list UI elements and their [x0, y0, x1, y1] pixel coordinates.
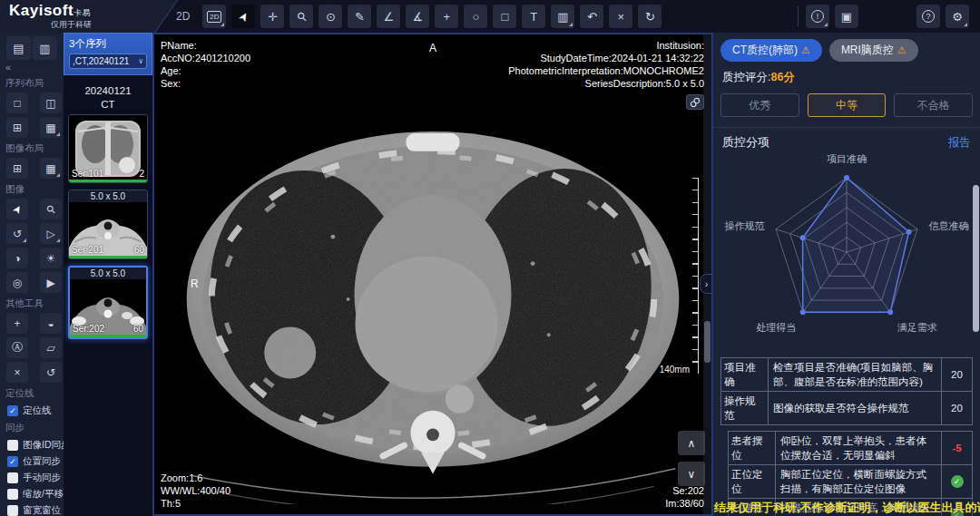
- cobb-angle-icon[interactable]: ∡: [406, 5, 429, 28]
- save-icon[interactable]: ▣: [835, 5, 858, 28]
- series-thumbnail[interactable]: 5.0 x 5.0 Ser:201 60: [68, 190, 148, 259]
- settings-icon[interactable]: ⚙: [946, 5, 969, 28]
- warning-icon: ⚠: [897, 44, 906, 56]
- study-select-dropdown[interactable]: ,CT,20240121 ∨: [69, 54, 147, 69]
- text-search-icon[interactable]: Ⓐ: [6, 337, 28, 358]
- panel-expander-button[interactable]: ›: [700, 274, 713, 294]
- checkbox-item[interactable]: 手动同步: [0, 470, 64, 486]
- play-outline-icon[interactable]: ▷: [40, 223, 62, 244]
- cine-play-icon[interactable]: ▶: [40, 272, 62, 293]
- zoom-in-icon[interactable]: ⚲: [289, 5, 313, 28]
- tab-mri-qc[interactable]: MRI脑质控 ⚠: [829, 39, 918, 62]
- checkbox-label: 位置同步: [23, 455, 61, 468]
- collapse-sidebar-button[interactable]: «: [0, 62, 64, 74]
- checkbox[interactable]: [7, 405, 18, 416]
- select-cursor-icon[interactable]: ➤: [6, 199, 28, 219]
- 2d-mode-icon[interactable]: 2D: [202, 5, 226, 28]
- ellipse-roi-icon[interactable]: ○: [464, 5, 487, 28]
- layout-1x1-icon[interactable]: □: [6, 92, 28, 113]
- layout-3x3-icon[interactable]: ▦: [40, 117, 62, 138]
- qc-score-label: 质控评分:: [722, 71, 770, 83]
- ct-image: [154, 34, 711, 514]
- window-level-icon[interactable]: ⊙: [318, 5, 342, 28]
- checkbox-item[interactable]: 窗宽窗位: [0, 502, 64, 516]
- checkbox[interactable]: [7, 489, 18, 500]
- series-thumbnail[interactable]: Ser:101 2: [68, 114, 148, 183]
- help-icon[interactable]: ?: [916, 5, 940, 28]
- tools-sidebar: ▤▥ « 序列布局□◫⊞▦图像布局⊞▦图像➤⚲↺▷◑☀◎▶其他工具+◒Ⓐ▱×↺ …: [0, 33, 64, 516]
- scroll-up-button[interactable]: ∧: [678, 431, 705, 455]
- series-number-label: Ser:101: [72, 169, 103, 179]
- svg-text:满足需求: 满足需求: [897, 322, 937, 333]
- study-select-value: ,CT,20240121: [73, 56, 129, 66]
- series-list: 20240121 CT Ser:101: [64, 75, 152, 516]
- invert-icon[interactable]: ◑: [6, 248, 28, 268]
- angle-icon[interactable]: ∠: [377, 5, 400, 28]
- qc-radar-chart: 项目准确信息准确满足需求处理得当操作规范: [720, 152, 973, 355]
- image-window-icon[interactable]: ▥: [551, 5, 574, 28]
- qc-panel: CT质控(肺部) ⚠ MRI脑质控 ⚠ 质控评分:86分 优秀 中等 不合格 质…: [713, 33, 980, 516]
- close-tool-icon[interactable]: ×: [6, 362, 28, 383]
- checkbox[interactable]: [7, 505, 18, 516]
- layout-2x2-icon[interactable]: ⊞: [6, 117, 28, 138]
- scroll-down-button[interactable]: ∨: [678, 462, 705, 486]
- series-list-icon[interactable]: ▤: [6, 36, 31, 60]
- checkbox-item[interactable]: 定位线: [0, 403, 64, 419]
- series-number-label: Ser:202: [73, 324, 104, 334]
- orientation-anterior-label: A: [429, 42, 436, 54]
- undo-icon[interactable]: ↶: [580, 5, 603, 28]
- cursor-icon[interactable]: ➤: [231, 5, 255, 28]
- sidebar-section-title: 图像: [0, 180, 64, 199]
- checkbox-item[interactable]: 位置同步: [0, 453, 64, 470]
- grade-fail-button[interactable]: 不合格: [894, 93, 973, 117]
- target-icon[interactable]: ◎: [6, 272, 28, 293]
- measure-line-icon[interactable]: ✎: [348, 5, 371, 28]
- link-icon[interactable]: [686, 94, 704, 110]
- table-row: 操作规范 图像的获取是否符合操作规范 20: [721, 392, 973, 425]
- qc-subsection-title: 质控分项: [722, 134, 769, 151]
- sidebar-section-title: 定位线: [0, 385, 64, 403]
- magnify-icon[interactable]: ⚲: [40, 199, 62, 219]
- layout-1x2-icon[interactable]: ◫: [40, 92, 62, 113]
- grade-excellent-button[interactable]: 优秀: [720, 93, 799, 117]
- checkbox-label: 定位线: [23, 404, 52, 417]
- toolbar-separator: [798, 6, 799, 26]
- comment-icon[interactable]: ◒: [40, 313, 62, 334]
- image-layout-2x2-icon[interactable]: ⊞: [6, 158, 28, 179]
- series-image-overlay: Se:202 Im:38/60: [665, 484, 704, 510]
- brightness-icon[interactable]: ☀: [40, 248, 62, 268]
- marker-icon[interactable]: +: [435, 5, 458, 28]
- text-annotation-icon[interactable]: T: [522, 5, 545, 28]
- flip-rotate-icon[interactable]: ↺: [6, 223, 28, 244]
- checkbox-item[interactable]: 缩放/平移: [0, 486, 64, 502]
- reset-tool-icon[interactable]: ↺: [40, 362, 62, 383]
- checkbox-label: 图像ID同步: [23, 439, 64, 452]
- eraser-icon[interactable]: ▱: [40, 337, 62, 358]
- image-layout-3x3-icon[interactable]: ▦: [40, 158, 62, 179]
- image-viewport[interactable]: PName: AccNO:2401210200 Age: Sex: Instit…: [152, 33, 713, 516]
- series-header: 3个序列 ,CT,20240121 ∨: [64, 33, 152, 75]
- qc-panel-scrollbar[interactable]: [973, 185, 979, 332]
- chevron-right-icon: ›: [705, 278, 709, 289]
- series-thumbnail[interactable]: 5.0 x 5.0 Ser:202 60: [68, 266, 148, 339]
- rotate-reset-icon[interactable]: ↻: [638, 5, 662, 28]
- brand-suffix: 卡易: [74, 8, 91, 17]
- rect-roi-icon[interactable]: □: [493, 5, 516, 28]
- load-progress-bar: [69, 180, 147, 182]
- info-icon[interactable]: !: [806, 5, 829, 28]
- checkbox[interactable]: [7, 456, 18, 467]
- table-row: 正位定位 胸部正位定位，横断面螺旋方式扫描，有胸部正位定位图像 ✓✓: [729, 465, 973, 499]
- report-panel-icon[interactable]: ▥: [33, 36, 57, 60]
- mode-label: 2D: [176, 10, 190, 23]
- checkbox-item[interactable]: 图像ID同步: [0, 437, 64, 453]
- grade-medium-button[interactable]: 中等: [808, 93, 887, 117]
- pan-icon[interactable]: ✛: [260, 5, 284, 28]
- delete-annotation-icon[interactable]: ×: [609, 5, 632, 28]
- checkbox[interactable]: [7, 440, 18, 451]
- report-link[interactable]: 报告: [948, 135, 971, 151]
- viewer-scrollbar-thumb[interactable]: [704, 321, 710, 363]
- checkbox[interactable]: [7, 472, 18, 483]
- brand-name: Kayisoft: [9, 2, 74, 19]
- tab-ct-qc[interactable]: CT质控(肺部) ⚠: [720, 39, 822, 62]
- add-tool-icon[interactable]: +: [6, 313, 28, 334]
